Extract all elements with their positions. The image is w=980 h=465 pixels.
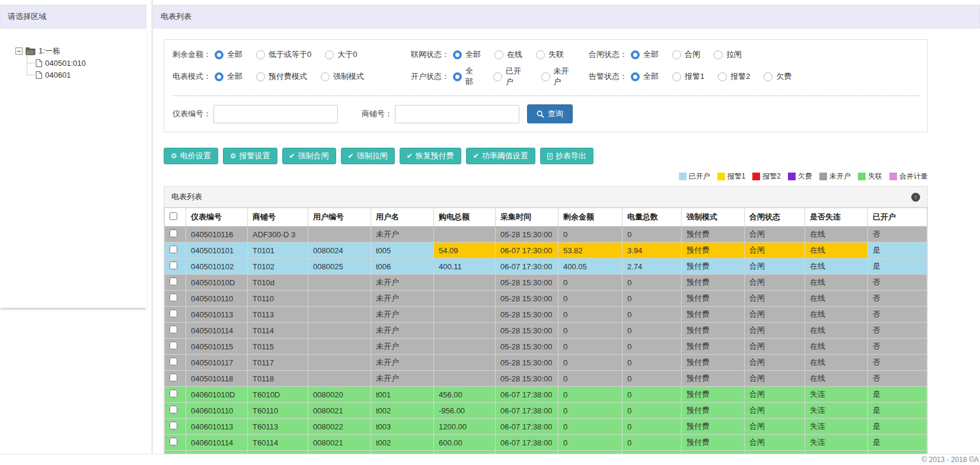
table-cell: 600.00 xyxy=(434,435,496,451)
radio-label: 合闸 xyxy=(685,49,700,60)
action-button-label: 报警设置 xyxy=(240,151,270,161)
row-checkbox[interactable] xyxy=(170,230,177,237)
table-cell: 0 xyxy=(623,387,682,403)
select-all-checkbox[interactable] xyxy=(170,212,177,220)
shop-no-input[interactable] xyxy=(395,105,519,123)
row-checkbox[interactable] xyxy=(170,406,177,413)
radio-alarm-status-0[interactable]: 全部 xyxy=(631,71,659,82)
table-cell: 未开户 xyxy=(371,371,434,387)
radio-meter-mode-2[interactable]: 强制模式 xyxy=(321,71,364,82)
table-cell: 未开户 xyxy=(371,307,434,323)
radio-icon[interactable] xyxy=(541,72,550,81)
radio-icon[interactable] xyxy=(453,72,462,81)
radio-icon[interactable] xyxy=(631,72,640,81)
search-button[interactable]: 查询 xyxy=(527,104,573,123)
table-cell: 预付费 xyxy=(682,371,745,387)
radio-alarm-status-1[interactable]: 报警1 xyxy=(672,71,704,82)
action-button-6[interactable]: 抄表导出 xyxy=(540,148,593,164)
row-checkbox[interactable] xyxy=(170,342,177,349)
row-checkbox[interactable] xyxy=(170,326,177,333)
radio-icon[interactable] xyxy=(215,50,224,59)
action-button-1[interactable]: ⚙报警设置 xyxy=(223,148,277,164)
radio-meter-mode-0[interactable]: 全部 xyxy=(215,71,242,82)
radio-icon[interactable] xyxy=(672,72,681,81)
row-checkbox[interactable] xyxy=(170,310,177,317)
radio-icon[interactable] xyxy=(494,50,503,59)
table-cell: 05-28 15:30:00 xyxy=(496,307,558,323)
legend-label: 欠费 xyxy=(798,171,812,181)
radio-icon[interactable] xyxy=(256,50,265,59)
radio-account-status-0[interactable]: 全部 xyxy=(453,66,480,87)
radio-remaining-amount-2[interactable]: 大于0 xyxy=(325,49,357,60)
radio-alarm-status-3[interactable]: 欠费 xyxy=(764,71,791,82)
action-button-4[interactable]: ✔恢复预付费 xyxy=(400,148,461,164)
table-cell: 0 xyxy=(623,227,682,243)
action-button-3[interactable]: ✔强制拉闸 xyxy=(341,148,395,164)
radio-network-status-1[interactable]: 在线 xyxy=(494,49,522,60)
radio-icon[interactable] xyxy=(718,72,727,81)
table-cell: 在线 xyxy=(805,259,868,275)
radio-remaining-amount-0[interactable]: 全部 xyxy=(215,49,242,60)
radio-icon[interactable] xyxy=(325,50,334,59)
radio-remaining-amount-1[interactable]: 低于或等于0 xyxy=(256,49,311,60)
collapse-panel-icon[interactable]: ↑ xyxy=(911,193,920,202)
table-cell: 未开户 xyxy=(371,291,434,307)
row-checkbox[interactable] xyxy=(170,374,177,381)
table-cell: 0 xyxy=(623,323,682,339)
row-checkbox[interactable] xyxy=(170,246,177,253)
row-checkbox[interactable] xyxy=(170,278,177,285)
radio-icon[interactable] xyxy=(764,72,772,81)
action-button-2[interactable]: ✔强制合闸 xyxy=(282,148,336,164)
radio-meter-mode-1[interactable]: 预付费模式 xyxy=(256,71,307,82)
radio-gate-status-2[interactable]: 拉闸 xyxy=(714,49,742,60)
table-cell: 06-07 17:38:00 xyxy=(496,403,558,419)
radio-network-status-2[interactable]: 失联 xyxy=(536,49,564,60)
tree-children: 040501:010040601 xyxy=(26,57,146,81)
radio-alarm-status-2[interactable]: 报警2 xyxy=(718,71,750,82)
radio-icon[interactable] xyxy=(536,50,545,59)
radio-icon[interactable] xyxy=(714,50,723,59)
radio-icon[interactable] xyxy=(453,50,462,59)
radio-network-status-0[interactable]: 全部 xyxy=(453,49,481,60)
radio-icon[interactable] xyxy=(672,50,681,59)
table-cell xyxy=(308,291,371,307)
table-cell: 0405010116 xyxy=(186,227,248,243)
filter-group-label: 合闸状态： xyxy=(589,49,627,60)
tree-root-node[interactable]: 1:一栋 xyxy=(15,45,146,57)
table-cell xyxy=(308,339,371,355)
row-checkbox[interactable] xyxy=(170,390,177,397)
row-checkbox[interactable] xyxy=(170,438,177,445)
legend-label: 失联 xyxy=(868,171,882,181)
row-checkbox[interactable] xyxy=(170,294,177,301)
radio-label: 拉闸 xyxy=(726,49,742,60)
radio-icon[interactable] xyxy=(631,50,640,59)
radio-account-status-1[interactable]: 已开户 xyxy=(493,66,527,87)
meter-no-input[interactable] xyxy=(213,105,338,123)
radio-account-status-2[interactable]: 未开户 xyxy=(541,66,575,87)
table-cell: 失连 xyxy=(805,419,868,435)
table-cell: 06-07 17:30:00 xyxy=(496,243,558,259)
search-button-label: 查询 xyxy=(548,109,563,119)
table-cell: 预付费 xyxy=(682,227,745,243)
table-cell: 未开户 xyxy=(371,227,434,243)
radio-icon[interactable] xyxy=(256,72,265,81)
action-bar: ⚙电价设置⚙报警设置✔强制合闸✔强制拉闸✔恢复预付费✔功率阈值设置抄表导出 xyxy=(164,148,928,164)
tree-node[interactable]: 040501:010 xyxy=(26,57,146,69)
file-icon xyxy=(36,59,42,67)
tree-node[interactable]: 040601 xyxy=(26,69,146,81)
radio-icon[interactable] xyxy=(215,72,224,81)
radio-gate-status-0[interactable]: 全部 xyxy=(631,49,659,60)
action-button-label: 强制合闸 xyxy=(298,151,329,161)
row-checkbox[interactable] xyxy=(170,422,177,429)
row-checkbox[interactable] xyxy=(170,358,177,365)
row-checkbox[interactable] xyxy=(170,262,177,269)
page-title: 电表列表 xyxy=(161,12,191,21)
radio-icon[interactable] xyxy=(493,72,502,81)
table-cell: T0113 xyxy=(248,307,308,323)
radio-gate-status-1[interactable]: 合闸 xyxy=(672,49,700,60)
tree-collapse-icon[interactable] xyxy=(15,47,23,55)
radio-icon[interactable] xyxy=(321,72,330,81)
action-button-0[interactable]: ⚙电价设置 xyxy=(164,148,218,164)
legend-swatch xyxy=(858,173,866,180)
action-button-5[interactable]: ✔功率阈值设置 xyxy=(466,148,535,164)
